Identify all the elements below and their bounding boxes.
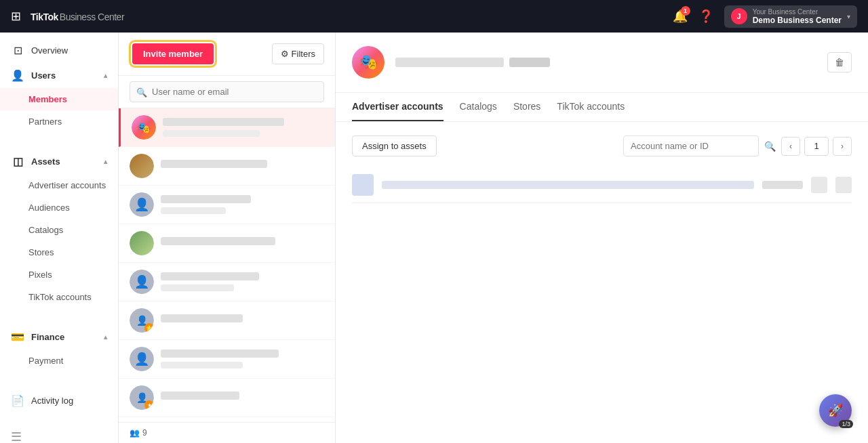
detail-name-bars [395, 58, 816, 67]
users-icon: 👤 [11, 69, 24, 82]
assets-icon: ◫ [11, 155, 24, 168]
list-item[interactable]: 👤 [119, 340, 335, 379]
member-sub-placeholder [161, 362, 243, 368]
chevron-up-icon-finance: ▴ [104, 333, 107, 341]
members-list: 🎭 [119, 108, 335, 422]
collapse-sidebar-icon[interactable]: ☰ [11, 430, 22, 443]
sidebar-item-finance[interactable]: 💳 Finance ▴ [0, 324, 118, 350]
list-item[interactable]: 👤⭐ [119, 301, 335, 340]
delete-button[interactable]: 🗑 [827, 52, 852, 72]
sidebar-item-audiences[interactable]: Audiences [0, 196, 118, 219]
invite-member-button[interactable]: Invite member [132, 43, 214, 64]
top-navigation: ⊞ TikTokBusiness Center 🔔 1 ❓ J Your Bus… [0, 0, 868, 33]
account-name-bar [382, 181, 754, 189]
chatbot-icon: 🚀 [828, 403, 843, 418]
tab-toolbar: Assign to assets 🔍 ‹ 1 › [352, 135, 852, 156]
tab-stores[interactable]: Stores [513, 93, 540, 121]
account-search-input[interactable] [623, 135, 759, 156]
sidebar-item-users[interactable]: 👤 Users ▴ [0, 63, 118, 88]
grid-menu-icon[interactable]: ⊞ [11, 9, 21, 24]
filter-icon: ⚙ [281, 49, 289, 59]
members-footer: 👥 9 [119, 422, 335, 443]
activity-log-icon: 📄 [11, 394, 24, 407]
member-name-placeholder [161, 314, 243, 322]
member-name-placeholder [163, 118, 284, 126]
topnav-icons: 🔔 1 ❓ J Your Business Center Demo Busine… [673, 5, 857, 28]
sidebar-item-pixels[interactable]: Pixels [0, 263, 118, 286]
chatbot-widget[interactable]: 🚀 1/3 [819, 394, 852, 427]
member-info [163, 118, 324, 137]
account-id-bar [762, 181, 803, 189]
next-page-button[interactable]: › [833, 137, 852, 156]
sidebar-item-payment[interactable]: Payment [0, 350, 118, 372]
chevron-down-icon: ▾ [847, 13, 850, 20]
sidebar: ⊡ Overview 👤 Users ▴ Members Partners ◫ … [0, 33, 119, 443]
member-info [161, 195, 324, 214]
avatar: 👤 [130, 192, 154, 217]
detail-panel: 🎭 🗑 Advertiser accounts Catalogs [336, 33, 868, 443]
table-row[interactable] [352, 167, 852, 203]
avatar: 👤⭐ [130, 308, 154, 333]
app-logo: TikTokBusiness Center [29, 9, 124, 24]
sidebar-item-catalogs[interactable]: Catalogs [0, 219, 118, 241]
sidebar-item-stores[interactable]: Stores [0, 241, 118, 263]
filter-button[interactable]: ⚙ Filters [272, 43, 324, 64]
avatar: 👤★ [130, 385, 154, 410]
list-item[interactable]: 👤 [119, 186, 335, 224]
member-name-placeholder [161, 392, 239, 400]
chevron-up-icon: ▴ [104, 72, 107, 79]
assign-to-assets-button[interactable]: Assign to assets [352, 135, 437, 156]
list-item[interactable]: 👤★ [119, 417, 335, 422]
main-layout: ⊡ Overview 👤 Users ▴ Members Partners ◫ … [0, 33, 868, 443]
account-action-2[interactable] [835, 177, 852, 193]
sidebar-item-assets[interactable]: ◫ Assets ▴ [0, 149, 118, 174]
account-action[interactable] [811, 177, 827, 193]
account-avatar [352, 174, 374, 196]
user-info: Your Business Center Demo Business Cente… [753, 8, 842, 25]
sidebar-item-partners[interactable]: Partners [0, 110, 118, 133]
avatar: 👤 [130, 270, 154, 294]
tab-advertiser-accounts[interactable]: Advertiser accounts [352, 93, 443, 121]
account-search-area: 🔍 ‹ 1 › [623, 135, 852, 156]
invite-highlight: Invite member [130, 41, 216, 67]
list-item[interactable] [119, 147, 335, 186]
member-info [161, 350, 324, 368]
detail-name-area [395, 58, 816, 67]
member-name-placeholder [161, 160, 267, 168]
sidebar-item-advertiser-accounts[interactable]: Advertiser accounts [0, 174, 118, 196]
member-sub-placeholder [163, 130, 260, 137]
sidebar-item-members[interactable]: Members [0, 88, 118, 110]
prev-page-button[interactable]: ‹ [781, 137, 800, 156]
member-name-placeholder [161, 350, 279, 358]
list-item[interactable] [119, 224, 335, 263]
sidebar-item-activity-log[interactable]: 📄 Activity log [0, 388, 118, 413]
avatar [130, 231, 154, 255]
chevron-up-icon-assets: ▴ [104, 158, 107, 165]
name-bar-1 [395, 58, 504, 67]
search-bar: 🔍 ➜ [119, 76, 335, 108]
member-sub-placeholder [161, 207, 226, 214]
page-number: 1 [804, 137, 829, 156]
user-menu-button[interactable]: J Your Business Center Demo Business Cen… [724, 5, 857, 28]
name-bar-2 [509, 58, 550, 67]
list-item[interactable]: 👤 [119, 263, 335, 301]
detail-header: 🎭 🗑 [336, 33, 868, 93]
list-item[interactable]: 🎭 [119, 108, 335, 147]
pagination: ‹ 1 › [781, 137, 852, 156]
member-name-placeholder [161, 272, 259, 280]
member-info [161, 160, 324, 172]
list-item[interactable]: 👤★ [119, 379, 335, 417]
notification-button[interactable]: 🔔 1 [673, 9, 688, 24]
tab-tiktok-accounts[interactable]: TikTok accounts [557, 93, 625, 121]
sidebar-item-overview[interactable]: ⊡ Overview [0, 38, 118, 63]
tab-catalogs[interactable]: Catalogs [460, 93, 497, 121]
members-count-icon: 👥 [130, 428, 140, 438]
sidebar-item-tiktok-accounts[interactable]: TikTok accounts [0, 286, 118, 308]
account-search-icon[interactable]: 🔍 [764, 141, 776, 152]
avatar [130, 154, 154, 178]
member-info [161, 392, 324, 404]
search-input[interactable] [130, 81, 324, 102]
user-label: Your Business Center [753, 8, 842, 16]
detail-tabs: Advertiser accounts Catalogs Stores TikT… [336, 93, 868, 122]
help-button[interactable]: ❓ [698, 9, 713, 24]
